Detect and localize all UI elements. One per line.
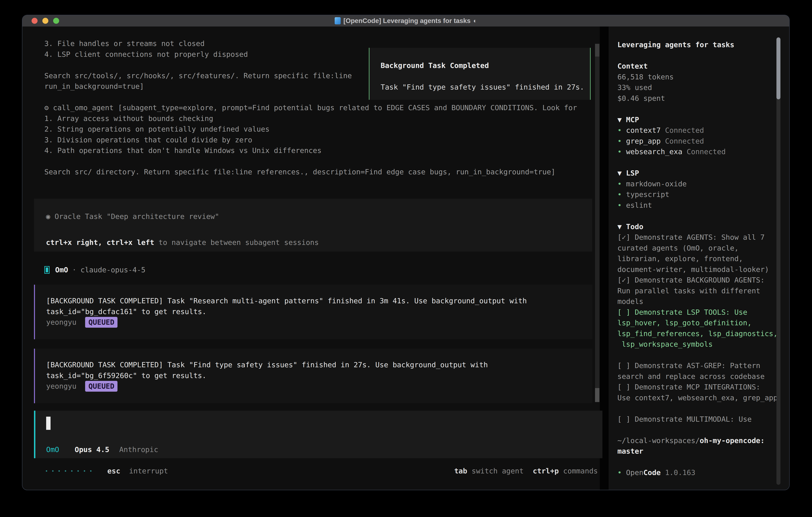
user-name: yeongyu: [46, 382, 77, 390]
workspace-path: ~/local-workspaces/oh-my-opencode:: [617, 435, 778, 446]
statusbar-left: ········ esc interrupt: [45, 466, 168, 477]
todo-line-pending: Use context7, websearch_exa, grep_app: [617, 392, 778, 403]
zoom-button[interactable]: [53, 18, 59, 24]
sidebar-scrollbar[interactable]: [777, 37, 780, 485]
keybind-hint: ctrl+pcommands: [533, 466, 598, 477]
todo-line-done: [✓] Demonstrate BACKGROUND AGENTS:: [617, 275, 778, 285]
separator-dot: ·: [72, 265, 77, 275]
record-icon: ◉: [46, 212, 50, 220]
mcp-item: • websearch_exa Connected: [617, 146, 778, 157]
spacer: [617, 350, 778, 360]
esc-key-label: interrupt: [129, 467, 168, 475]
spacer: [617, 157, 778, 168]
notification-body: Task "Find type safety issues" finished …: [381, 82, 590, 92]
text-cursor: [46, 417, 51, 430]
spacer: [617, 211, 778, 221]
scrollbar-thumb[interactable]: [595, 44, 600, 57]
todo-line-done: curated agents (OmO, oracle,: [617, 243, 778, 253]
mcp-heading: ▼ MCP: [617, 114, 778, 125]
app-window: [OpenCode] Leveraging agents for tasks ◐…: [22, 15, 790, 490]
sidebar-lines: Leveraging agents for tasks Context66,51…: [617, 39, 778, 478]
agent-name: OmO: [55, 265, 68, 275]
chat-pane: 3. File handles or streams not closed 4.…: [22, 27, 600, 490]
todo-heading: ▼ Todo: [617, 221, 778, 232]
blue-document-icon: [335, 17, 341, 24]
chat-scrollbar[interactable]: [595, 44, 600, 402]
todo-line-pending: search and replace across codebase: [617, 371, 778, 382]
input-model-name: Opus 4.5: [75, 445, 109, 454]
scrollbar-thumb[interactable]: [595, 388, 600, 402]
subagent-nav-hint: ctrl+x right, ctrl+x left to navigate be…: [46, 237, 592, 248]
context-used: 33% used: [617, 82, 778, 93]
titlebar: [OpenCode] Leveraging agents for tasks ◐: [22, 15, 789, 27]
todo-line-done: librarian, explore, frontend,: [617, 253, 778, 264]
lsp-item: • typescript: [617, 189, 778, 200]
task-result-meta: yeongyu QUEUED: [46, 317, 592, 328]
agent-header: OmO · claude-opus-4-5: [45, 265, 145, 275]
opencode-version: • OpenCode 1.0.163: [617, 467, 778, 478]
todo-line-active: lsp_hover, lsp_goto_definition,: [617, 318, 778, 328]
mcp-item: • context7 Connected: [617, 125, 778, 136]
window-title: [OpenCode] Leveraging agents for tasks ◐: [335, 17, 477, 25]
traffic-lights: [32, 15, 59, 26]
todo-line-pending: [ ] Demonstrate MULTIMODAL: Use: [617, 414, 778, 425]
sidebar-title: Leveraging agents for tasks: [617, 39, 778, 50]
todo-line-done: models: [617, 296, 778, 307]
task-result-line2: task_id="bg_dcfac161" to get results.: [46, 306, 592, 317]
todo-line-active: lsp_workspace_symbols: [617, 339, 778, 350]
statusbar: ········ esc interrupt tabswitch agentct…: [45, 466, 598, 477]
task-result-block: [BACKGROUND TASK COMPLETED] Task "Find t…: [34, 349, 592, 403]
todo-line-active: lsp_find_references, lsp_diagnostics,: [617, 328, 778, 339]
task-result-line2: task_id="bg_6f59260c" to get results.: [46, 370, 592, 381]
todo-line-pending: [ ] Demonstrate AST-GREP: Pattern: [617, 360, 778, 371]
workspace-branch: master: [617, 446, 778, 457]
spacer: [617, 104, 778, 114]
spacer: [617, 50, 778, 61]
model-row: OmO Opus 4.5 Anthropic: [46, 444, 158, 455]
todo-line-active: [ ] Demonstrate LSP TOOLS: Use: [617, 307, 778, 318]
context-spent: $0.46 spent: [617, 93, 778, 104]
spacer: [617, 403, 778, 414]
task-result-block: [BACKGROUND TASK COMPLETED] Task "Resear…: [34, 285, 592, 339]
spacer: [617, 457, 778, 467]
statusbar-right: tabswitch agentctrl+pcommands: [445, 466, 598, 477]
todo-line-done: [✓] Demonstrate AGENTS: Show all 7: [617, 232, 778, 243]
oracle-task-panel: ◉ Oracle Task "Deep architecture review"…: [34, 199, 592, 251]
oracle-task-line: ◉ Oracle Task "Deep architecture review": [46, 211, 592, 222]
lsp-item: • eslint: [617, 200, 778, 211]
window-title-text: [OpenCode] Leveraging agents for tasks: [344, 17, 470, 25]
background-task-notification: Background Task Completed Task "Find typ…: [369, 48, 590, 100]
notification-title: Background Task Completed: [381, 60, 590, 71]
keybind-hint: tabswitch agent: [454, 466, 523, 477]
nav-keys: ctrl+x right, ctrl+x left: [46, 238, 154, 246]
input-provider-name: Anthropic: [119, 445, 158, 454]
task-result-line1: [BACKGROUND TASK COMPLETED] Task "Find t…: [46, 359, 592, 370]
status-badge: QUEUED: [85, 317, 117, 328]
context-tokens: 66,518 tokens: [617, 72, 778, 82]
user-name: yeongyu: [46, 318, 77, 326]
input-agent-name: OmO: [46, 445, 59, 454]
status-badge: QUEUED: [85, 381, 117, 392]
task-result-line1: [BACKGROUND TASK COMPLETED] Task "Resear…: [46, 296, 592, 306]
half-circle-icon: ◐: [473, 18, 477, 24]
scrollbar-thumb[interactable]: [777, 37, 780, 99]
todo-line-done: Run parallel tasks with different: [617, 285, 778, 296]
sidebar: Leveraging agents for tasks Context66,51…: [609, 27, 789, 490]
task-result-meta: yeongyu QUEUED: [46, 381, 592, 392]
mcp-item: • grep_app Connected: [617, 136, 778, 146]
lsp-item: • markdown-oxide: [617, 179, 778, 189]
context-heading: Context: [617, 61, 778, 72]
todo-line-pending: [ ] Demonstrate MCP INTEGRATIONS:: [617, 382, 778, 392]
esc-key-hint: esc: [107, 467, 120, 475]
agent-square-icon: [45, 266, 50, 274]
minimize-button[interactable]: [42, 18, 48, 24]
close-button[interactable]: [32, 18, 37, 24]
activity-dots: ········: [45, 467, 95, 475]
todo-line-done: document-writer, multimodal-looker): [617, 264, 778, 275]
spacer: [617, 425, 778, 435]
prompt-input[interactable]: OmO Opus 4.5 Anthropic: [34, 411, 602, 458]
agent-model: claude-opus-4-5: [81, 265, 145, 275]
lsp-heading: ▼ LSP: [617, 168, 778, 179]
